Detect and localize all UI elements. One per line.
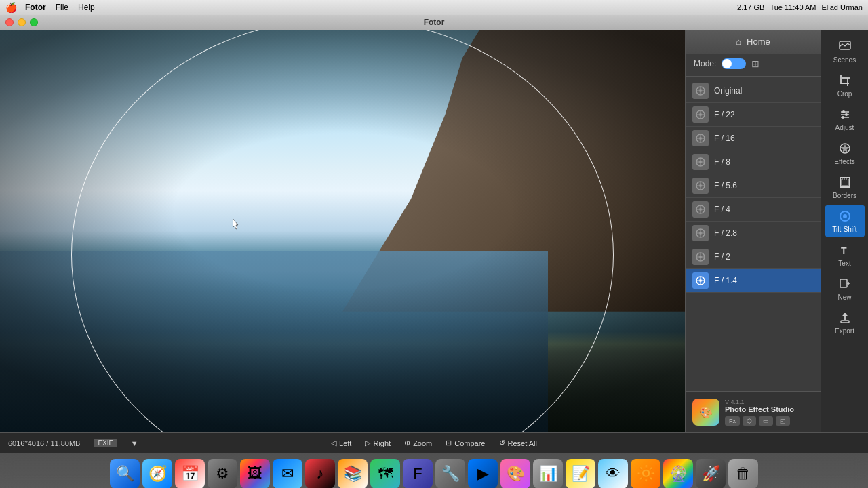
mode-toggle[interactable] <box>722 58 746 69</box>
dock-item-prefs[interactable]: 🔧 <box>435 459 465 489</box>
ram-display: 2.17 GB <box>737 3 764 12</box>
tool-label-tiltshift: Tilt-Shift <box>832 226 856 233</box>
filter-item-f22[interactable]: F / 22 <box>686 103 821 127</box>
minimize-button[interactable] <box>18 18 26 26</box>
dock-item-mail[interactable]: ✉ <box>273 459 302 489</box>
svg-rect-64 <box>842 179 848 186</box>
exif-dropdown-arrow[interactable]: ▼ <box>131 439 138 447</box>
filter-name-original: Original <box>714 86 742 96</box>
status-btn-icon: ⊕ <box>404 439 410 447</box>
dock-item-finder[interactable]: 🔍 <box>110 459 140 489</box>
dock-item-preview[interactable]: 👁 <box>598 459 628 489</box>
close-button[interactable] <box>5 18 14 26</box>
status-btn-label: Zoom <box>413 439 432 447</box>
maximize-button[interactable] <box>30 18 38 26</box>
dock-item-safari[interactable]: 🧭 <box>142 459 172 489</box>
filter-icon-f4 <box>692 201 709 218</box>
dock-item-music[interactable]: ♪ <box>305 459 335 489</box>
dock-item-paintbrush[interactable]: 🎨 <box>500 459 530 489</box>
cursor-pointer <box>233 218 241 230</box>
tool-label-effects: Effects <box>834 158 854 165</box>
dock-item-fotor[interactable]: F <box>403 459 433 489</box>
status-btn-compare[interactable]: ⊡ Compare <box>446 439 485 447</box>
filter-item-f28[interactable]: F / 2.8 <box>686 222 821 245</box>
svg-text:T: T <box>841 245 847 256</box>
tool-label-crop: Crop <box>837 90 852 98</box>
tool-icon-export <box>837 310 852 325</box>
dock-item-video[interactable]: ▶ <box>468 459 498 489</box>
menu-fotor[interactable]: Fotor <box>25 3 46 12</box>
tool-label-scenes: Scenes <box>833 56 856 64</box>
status-btn-reset all[interactable]: ↺ Reset All <box>499 439 537 447</box>
ad-btn-fx[interactable]: Fx <box>725 416 740 426</box>
tool-new[interactable]: New <box>825 272 865 305</box>
svg-point-37 <box>699 232 702 235</box>
exif-badge[interactable]: EXIF <box>94 439 117 447</box>
menubar: 🍎 Fotor File Help 2.17 GB Tue 11:40 AM E… <box>0 0 868 15</box>
dock-item-books[interactable]: 📚 <box>338 459 368 489</box>
titlebar: Fotor <box>0 15 868 30</box>
filter-name-f2: F / 2 <box>714 252 730 262</box>
menu-file[interactable]: File <box>56 3 68 12</box>
file-info: 6016*4016 / 11.80MB <box>8 439 80 447</box>
tool-borders[interactable]: Borders <box>825 171 865 203</box>
tool-label-new: New <box>837 293 851 301</box>
ad-btn-rect[interactable]: ▭ <box>759 416 773 426</box>
filter-item-f56[interactable]: F / 5.6 <box>686 174 821 198</box>
filter-item-f8[interactable]: F / 8 <box>686 150 821 174</box>
tool-scenes[interactable]: Scenes <box>825 35 865 68</box>
filter-item-f16[interactable]: F / 16 <box>686 127 821 150</box>
dock-item-launchpad[interactable]: 🚀 <box>696 459 726 489</box>
divider <box>686 76 821 77</box>
tool-text[interactable]: TText <box>825 239 865 271</box>
dock-item-maps[interactable]: 🗺 <box>370 459 400 489</box>
menubar-right: 2.17 GB Tue 11:40 AM Ellad Urman <box>737 3 863 12</box>
svg-point-49 <box>699 279 702 282</box>
status-btn-label: Left <box>339 439 351 447</box>
filter-item-f4[interactable]: F / 4 <box>686 198 821 222</box>
dock-item-photos[interactable]: 🖼 <box>240 459 270 489</box>
svg-point-43 <box>699 256 702 258</box>
tool-label-adjust: Adjust <box>835 124 854 131</box>
dock-item-maccleaner[interactable]: 🔆 <box>631 459 660 489</box>
tool-crop[interactable]: Crop <box>825 69 865 102</box>
home-button[interactable]: ⌂ Home <box>686 30 821 54</box>
status-btn-icon: ◁ <box>331 439 336 447</box>
far-right-toolbar: ScenesCropAdjustEffectsBordersTilt-Shift… <box>821 30 868 432</box>
dock-item-calendar[interactable]: 📅 <box>175 459 205 489</box>
dock-item-colorui[interactable]: 🎡 <box>663 459 693 489</box>
tool-icon-text: T <box>837 243 852 258</box>
tool-export[interactable]: Export <box>825 306 865 339</box>
dock-item-trash[interactable]: 🗑 <box>728 459 758 489</box>
ad-btn-corner[interactable]: ◱ <box>776 416 790 426</box>
menu-help[interactable]: Help <box>78 3 95 12</box>
tool-icon-new <box>837 277 852 291</box>
tool-icon-borders <box>837 175 852 190</box>
filter-item-original[interactable]: Original <box>686 79 821 103</box>
tool-tiltshift[interactable]: Tilt-Shift <box>825 205 865 237</box>
tool-adjust[interactable]: Adjust <box>825 103 865 136</box>
status-btn-icon: ↺ <box>499 439 505 447</box>
tool-label-export: Export <box>835 327 854 335</box>
status-bar: 6016*4016 / 11.80MB EXIF ▼ ◁ Left▷ Right… <box>0 432 868 453</box>
status-btn-zoom[interactable]: ⊕ Zoom <box>404 439 432 447</box>
svg-point-59 <box>845 113 848 116</box>
dock-item-system[interactable]: ⚙ <box>208 459 237 489</box>
filter-name-f14: F / 1.4 <box>714 276 737 285</box>
photo-background <box>0 30 685 432</box>
status-btn-right[interactable]: ▷ Right <box>365 439 391 447</box>
dock-item-notes[interactable]: 📝 <box>566 459 595 489</box>
tool-icon-crop <box>837 73 852 88</box>
filter-item-f2[interactable]: F / 2 <box>686 245 821 269</box>
canvas-area[interactable] <box>0 30 685 432</box>
apple-menu[interactable]: 🍎 <box>5 2 17 13</box>
tool-effects[interactable]: Effects <box>825 137 865 169</box>
traffic-lights <box>5 18 38 26</box>
dock-item-activity[interactable]: 📊 <box>533 459 563 489</box>
status-btn-left[interactable]: ◁ Left <box>331 439 351 447</box>
filter-item-f14[interactable]: F / 1.4 <box>686 269 821 293</box>
tool-label-text: Text <box>838 260 850 267</box>
home-icon: ⌂ <box>736 37 741 47</box>
mode-grid-icon[interactable]: ⊞ <box>751 58 760 69</box>
ad-btn-hex[interactable]: ⬡ <box>743 416 756 426</box>
